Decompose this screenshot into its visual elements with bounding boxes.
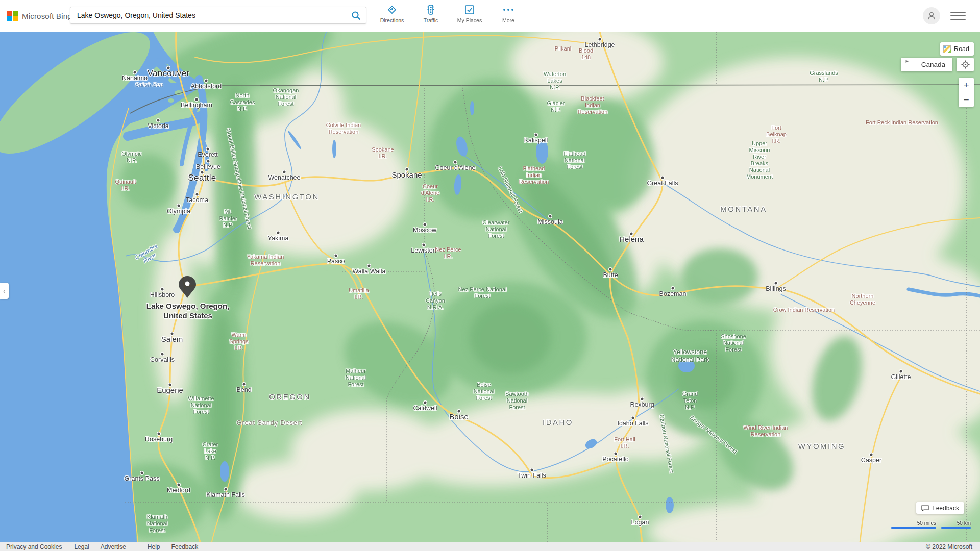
traffic-light-icon [425,3,437,16]
top-header-bar: Microsoft Bing DirectionsTrafficMy Place… [0,0,980,32]
zoom-control: + − [959,78,974,107]
road-style-icon [943,45,951,53]
toolbar-label: My Places [457,17,482,23]
zoom-in-button[interactable]: + [959,78,974,92]
region-label: Canada [914,61,952,68]
footer-link-privacy-and-cookies[interactable]: Privacy and Cookies [6,543,62,550]
map-canvas[interactable]: VancouverNanaimoSalish SeaAbbotsfordBell… [0,32,980,542]
brand-wordmark: Microsoft Bing [22,12,72,20]
region-expand-chevron-icon[interactable]: ▸ [901,58,914,71]
scale-km-bar [941,527,971,529]
hamburger-menu-button[interactable] [950,10,966,22]
account-avatar[interactable] [923,7,940,24]
directions-diamond-arrow-icon [386,3,398,16]
map-style-road-button[interactable]: Road [940,42,974,56]
footer-link-advertise[interactable]: Advertise [101,543,126,550]
copyright-text: © 2022 Microsoft [926,543,972,550]
microsoft-bing-logo[interactable]: Microsoft Bing [7,11,72,21]
speech-bubble-icon [921,505,929,511]
map-toolbar: DirectionsTrafficMy PlacesMore [373,3,528,23]
footer-link-feedback[interactable]: Feedback [171,543,198,550]
map-scale: 50 miles 50 km [891,520,971,529]
toolbar-label: Directions [380,17,404,23]
search-input[interactable] [70,11,346,19]
scale-miles-label: 50 miles [917,520,936,526]
scale-km-label: 50 km [957,520,971,526]
my-places-checkbox-icon [463,3,476,16]
pin-label: Lake Oswego, Oregon, United States [146,302,230,321]
search-icon [351,11,361,20]
region-selector[interactable]: ▸ Canada [901,58,952,71]
footer-bar: Privacy and CookiesLegalAdvertiseHelpFee… [0,542,980,551]
footer-link-legal[interactable]: Legal [74,543,89,550]
microsoft-logo-icon [7,11,18,21]
toolbar-label: Traffic [424,17,438,23]
scale-miles-bar [891,527,936,529]
map-terrain-art [0,32,980,542]
hamburger-menu-icon [950,12,966,13]
locate-target-icon [961,60,970,69]
header-right [923,0,966,32]
map-feedback-button[interactable]: Feedback [916,502,964,514]
zoom-out-button[interactable]: − [959,92,974,107]
more-ellipsis-icon [502,3,515,16]
toolbar-label: More [502,17,514,23]
person-icon [926,11,937,21]
footer-link-help[interactable]: Help [148,543,160,550]
panel-collapse-tab[interactable]: ‹ [0,283,9,299]
search-box [70,7,366,24]
toolbar-my-places-button[interactable]: My Places [455,3,484,23]
toolbar-traffic-button[interactable]: Traffic [416,3,446,23]
search-button[interactable] [346,7,366,23]
locate-me-button[interactable] [957,58,974,71]
toolbar-directions-button[interactable]: Directions [377,3,407,23]
toolbar-more-button[interactable]: More [494,3,523,23]
